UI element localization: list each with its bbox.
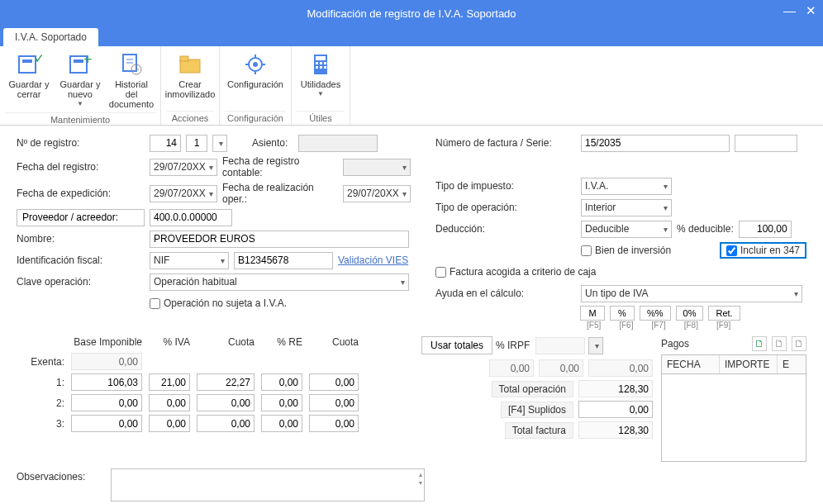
exenta-base xyxy=(71,353,142,370)
irpf-c xyxy=(588,359,653,377)
tipo-op-label: Tipo de operación: xyxy=(435,202,576,213)
ribbon-utilidades[interactable]: Utilidades ▼ xyxy=(297,50,345,100)
ribbon-configuracion[interactable]: Configuración xyxy=(225,50,286,91)
nregistro-label: Nº de registro: xyxy=(17,137,145,149)
r3-iva[interactable] xyxy=(149,415,190,432)
fecha-registro-label: Fecha del registro: xyxy=(17,161,145,173)
nombre-label: Nombre: xyxy=(17,233,145,245)
svg-point-15 xyxy=(253,62,258,67)
criterio-caja-check[interactable]: Factura acogida a criterio de caja xyxy=(435,266,596,278)
asiento-input[interactable] xyxy=(298,135,378,152)
op-no-sujeta-check[interactable]: Operación no sujeta a I.V.A. xyxy=(150,297,287,309)
clave-label: Clave operación: xyxy=(17,276,145,288)
pagos-edit-icon[interactable]: 🗋 xyxy=(772,336,787,351)
ayuda-select[interactable]: Un tipo de IVA xyxy=(581,285,802,302)
fecha-contable-input[interactable] xyxy=(343,159,411,176)
factura-input[interactable] xyxy=(581,135,730,152)
nregistro-sub-input[interactable] xyxy=(186,135,207,152)
r1-re[interactable] xyxy=(261,373,302,391)
ribbon-group-label: Configuración xyxy=(225,111,286,123)
total-fac-label: Total factura xyxy=(505,422,573,439)
irpf-a xyxy=(489,359,534,377)
fecha-exp-input[interactable]: 29/07/20XX xyxy=(150,185,217,202)
ribbon-guardar-cerrar[interactable]: ✓ Guardar y cerrar xyxy=(5,50,53,101)
r3-cuota2[interactable] xyxy=(309,415,359,432)
save-close-icon: ✓ xyxy=(16,51,42,78)
idfiscal-tipo-select[interactable]: NIF xyxy=(150,252,229,269)
suplidos-value[interactable] xyxy=(578,401,653,418)
ribbon-group-label: Mantenimiento xyxy=(5,112,155,125)
irpf-dd[interactable] xyxy=(588,337,603,354)
r2-base[interactable] xyxy=(71,394,142,411)
nombre-input[interactable] xyxy=(150,231,409,248)
shortcut-ret[interactable]: Ret. xyxy=(708,306,740,321)
shortcut-0pct[interactable]: 0% xyxy=(676,306,704,321)
usar-totales-button[interactable]: Usar totales xyxy=(421,336,492,354)
observaciones-input[interactable]: ▴▾ xyxy=(111,468,425,502)
proveedor-button[interactable]: Proveedor / acreedor: xyxy=(17,209,145,226)
pagos-add-icon[interactable]: 🗋 xyxy=(752,336,767,351)
ribbon-label: Guardar y cerrar xyxy=(7,79,51,99)
deduccion-label: Deducción: xyxy=(435,223,576,235)
ribbon-guardar-nuevo[interactable]: + Guardar y nuevo ▼ xyxy=(56,50,104,110)
minimize-button[interactable]: — xyxy=(783,3,796,18)
r2-cuota[interactable] xyxy=(197,394,255,411)
obs-scroll-down-icon[interactable]: ▾ xyxy=(419,479,422,487)
suplidos-label[interactable]: [F4] Suplidos xyxy=(501,402,573,418)
r3-base[interactable] xyxy=(71,415,142,432)
chevron-down-icon: ▼ xyxy=(317,91,324,98)
r3-cuota[interactable] xyxy=(197,415,255,432)
total-op-label: Total operación xyxy=(492,381,573,397)
fecha-exp-label: Fecha de expedición: xyxy=(17,188,145,199)
bien-inversion-check[interactable]: Bien de inversión xyxy=(581,245,671,256)
pct-deducible-input[interactable] xyxy=(739,221,792,238)
r1-base[interactable] xyxy=(71,373,142,391)
close-button[interactable]: ✕ xyxy=(806,3,816,18)
r2-re[interactable] xyxy=(261,394,302,411)
pagos-del-icon[interactable]: 🗋 xyxy=(792,336,806,351)
grid-row-1: 1: xyxy=(17,373,413,391)
ribbon-crear-inmovilizado[interactable]: Crear inmovilizado xyxy=(166,50,214,101)
svg-rect-4 xyxy=(74,59,83,63)
nregistro-input[interactable] xyxy=(150,135,181,152)
r2-iva[interactable] xyxy=(149,394,190,411)
ribbon-label: Utilidades xyxy=(301,79,340,89)
deduccion-select[interactable]: Deducible xyxy=(581,221,672,238)
tipo-impuesto-select[interactable]: I.V.A. xyxy=(581,178,672,195)
r1-cuota2[interactable] xyxy=(309,373,359,391)
factura-serie-input[interactable] xyxy=(735,135,797,152)
svg-rect-22 xyxy=(316,62,318,64)
r1-iva[interactable] xyxy=(149,373,190,391)
clave-select[interactable]: Operación habitual xyxy=(150,273,409,291)
svg-rect-27 xyxy=(324,66,326,69)
fecha-registro-input[interactable]: 29/07/20XX xyxy=(150,159,217,176)
shortcut-m[interactable]: M xyxy=(580,306,605,321)
svg-rect-0 xyxy=(19,56,36,73)
col-re: % RE xyxy=(261,336,302,348)
ribbon-historial[interactable]: Historial del documento xyxy=(107,50,155,111)
ribbon: ✓ Guardar y cerrar + Guardar y nuevo ▼ H… xyxy=(0,46,823,126)
shortcut-keys-row: [F5] [F6] [F7] [F8] [F9] xyxy=(580,321,806,330)
obs-scroll-up-icon[interactable]: ▴ xyxy=(419,471,422,479)
r1-cuota[interactable] xyxy=(197,373,255,391)
ribbon-label: Guardar y nuevo xyxy=(58,79,102,99)
incluir-347-check[interactable]: Incluir en 347 xyxy=(720,242,806,259)
fecha-real-input[interactable]: 29/07/20XX xyxy=(343,185,411,202)
tab-iva-soportado[interactable]: I.V.A. Soportado xyxy=(3,28,98,46)
ribbon-group-label: Útiles xyxy=(297,111,345,123)
r3-re[interactable] xyxy=(261,415,302,432)
proveedor-input[interactable] xyxy=(150,209,232,226)
col-cuota: Cuota xyxy=(197,336,255,348)
r2-cuota2[interactable] xyxy=(309,394,359,411)
pct-deducible-label: % deducible: xyxy=(677,223,734,235)
pagos-table[interactable]: FECHA IMPORTE E xyxy=(661,354,806,462)
pagos-label: Pagos xyxy=(661,338,747,349)
idfiscal-input[interactable] xyxy=(234,252,333,269)
asiento-label: Asiento: xyxy=(252,137,293,149)
validacion-vies-link[interactable]: Validación VIES xyxy=(338,254,408,266)
shortcut-pctpct[interactable]: %% xyxy=(640,306,671,321)
shortcut-pct[interactable]: % xyxy=(610,306,635,321)
pagos-col-e: E xyxy=(778,355,806,373)
tipo-op-select[interactable]: Interior xyxy=(581,199,672,216)
nregistro-dd[interactable] xyxy=(212,135,227,152)
